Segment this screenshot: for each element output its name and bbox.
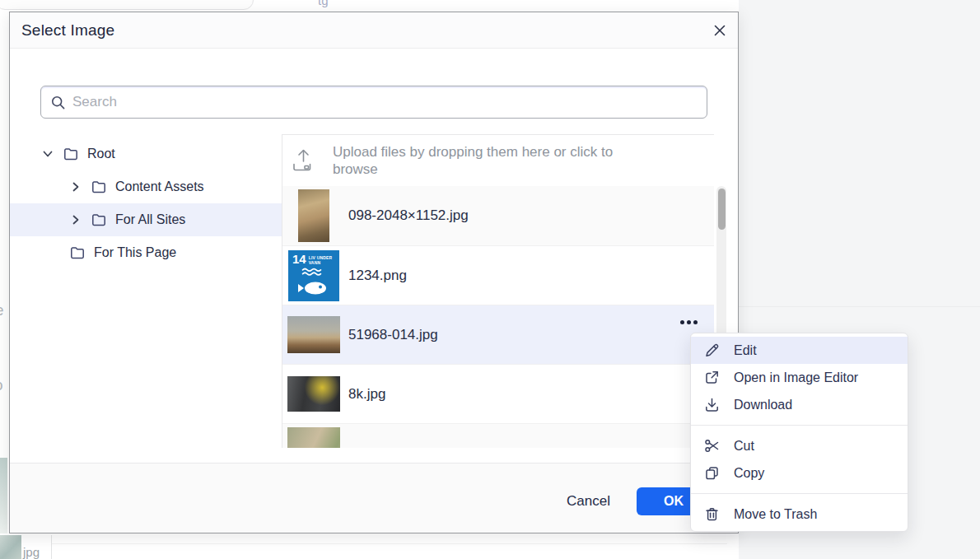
folder-icon <box>63 146 79 162</box>
upload-hint-text: Upload files by dropping them here or cl… <box>333 143 649 178</box>
menu-item-label: Download <box>734 398 792 412</box>
background-partial-letter: o <box>0 376 3 394</box>
more-options-button[interactable] <box>677 317 701 328</box>
file-thumbnail <box>287 189 340 242</box>
menu-item-label: Open in Image Editor <box>734 370 858 385</box>
background-card-outline <box>0 0 254 10</box>
menu-item-label: Copy <box>734 466 764 481</box>
select-image-dialog: Select Image Root <box>9 12 739 533</box>
search-box[interactable] <box>40 86 707 119</box>
dialog-header: Select Image <box>10 12 738 49</box>
background-image-fragment <box>0 458 7 533</box>
close-button[interactable] <box>711 21 729 40</box>
thumbnail-sdg14-tile: 14 LIV UNDER VANN <box>288 250 339 301</box>
folder-icon <box>91 212 107 228</box>
external-link-icon <box>703 370 720 386</box>
menu-item-download[interactable]: Download <box>691 391 908 418</box>
tree-item-for-this-page[interactable]: For This Page <box>10 236 282 269</box>
tree-item-content-assets[interactable]: Content Assets <box>10 170 282 203</box>
menu-group: Cut Copy <box>691 431 908 488</box>
menu-item-label: Cut <box>734 439 754 454</box>
close-icon <box>713 24 726 37</box>
chevron-right-icon[interactable] <box>69 213 82 226</box>
background-divider <box>52 543 727 544</box>
tree-item-root[interactable]: Root <box>10 137 282 170</box>
file-row[interactable]: 14 LIV UNDER VANN 1234.png <box>282 245 714 305</box>
menu-divider <box>691 425 908 426</box>
file-row-selected[interactable]: 51968-014.jpg <box>282 305 714 364</box>
thumbnail-blurred-photo <box>287 427 340 449</box>
dialog-footer <box>10 463 738 533</box>
menu-item-edit[interactable]: Edit <box>691 337 908 364</box>
background-divider <box>51 535 52 559</box>
file-name: 99-2048×1152.jpg <box>348 445 460 449</box>
menu-item-label: Edit <box>734 343 757 358</box>
folder-icon <box>91 179 107 195</box>
tree-item-label: For All Sites <box>115 212 185 227</box>
dialog-title: Select Image <box>21 21 114 40</box>
tree-item-label: For This Page <box>94 245 176 260</box>
file-name: 8k.jpg <box>348 386 385 403</box>
file-thumbnail <box>287 309 340 361</box>
file-name: 1234.png <box>348 268 407 284</box>
menu-item-label: Move to Trash <box>734 507 817 522</box>
file-row-clipped[interactable]: 99-2048×1152.jpg <box>282 423 714 448</box>
upload-dropzone[interactable]: Upload files by dropping them here or cl… <box>282 135 714 186</box>
menu-item-open-in-image-editor[interactable]: Open in Image Editor <box>691 364 908 391</box>
search-icon <box>50 95 66 110</box>
file-list: 098-2048×1152.jpg 14 LIV UNDER VANN <box>282 186 714 448</box>
menu-divider <box>691 493 908 494</box>
background-partial-filename: jpg <box>23 545 40 559</box>
fish-waves-icon <box>292 265 335 298</box>
background-partial-letter: e <box>0 301 4 319</box>
background-partial-text: tg <box>318 0 329 7</box>
download-icon <box>703 397 720 413</box>
file-thumbnail <box>287 368 340 421</box>
menu-item-cut[interactable]: Cut <box>691 432 908 459</box>
scrollbar-thumb[interactable] <box>718 189 726 230</box>
copy-icon <box>703 465 720 482</box>
folder-icon <box>69 245 86 261</box>
cancel-button[interactable]: Cancel <box>555 487 622 515</box>
file-name: 51968-014.jpg <box>348 327 438 343</box>
thumbnail-dark-still-life <box>287 376 340 412</box>
backdrop-divider-line <box>739 306 980 307</box>
file-thumbnail <box>287 427 340 449</box>
chevron-right-icon[interactable] <box>69 180 82 193</box>
trash-icon <box>703 506 720 523</box>
thumbnail-beach-photo <box>287 316 340 353</box>
folder-tree: Root Content Assets For All Sites <box>10 137 282 269</box>
file-context-menu: Edit Open in Image Editor Download Cut <box>690 333 908 532</box>
menu-item-move-to-trash[interactable]: Move to Trash <box>691 501 908 528</box>
upload-icon <box>292 148 320 173</box>
menu-item-copy[interactable]: Copy <box>691 459 908 487</box>
scissors-icon <box>703 438 720 454</box>
menu-group: Move to Trash <box>691 499 908 529</box>
pencil-icon <box>703 342 720 359</box>
file-name: 098-2048×1152.jpg <box>348 207 469 224</box>
thumbnail-painting <box>298 189 329 242</box>
tree-item-label: Content Assets <box>115 179 204 194</box>
file-row[interactable]: 098-2048×1152.jpg <box>282 186 714 245</box>
sdg-number: 14 <box>292 254 306 265</box>
tree-item-label: Root <box>87 147 115 161</box>
menu-group: Edit Open in Image Editor Download <box>691 335 908 420</box>
background-thumbnail-fragment <box>0 535 21 559</box>
tree-item-for-all-sites[interactable]: For All Sites <box>10 203 282 236</box>
search-input[interactable] <box>72 94 698 110</box>
file-thumbnail: 14 LIV UNDER VANN <box>287 249 340 302</box>
kebab-horizontal-icon <box>680 320 684 324</box>
chevron-down-icon[interactable] <box>41 147 54 161</box>
file-row[interactable]: 8k.jpg <box>282 364 714 423</box>
